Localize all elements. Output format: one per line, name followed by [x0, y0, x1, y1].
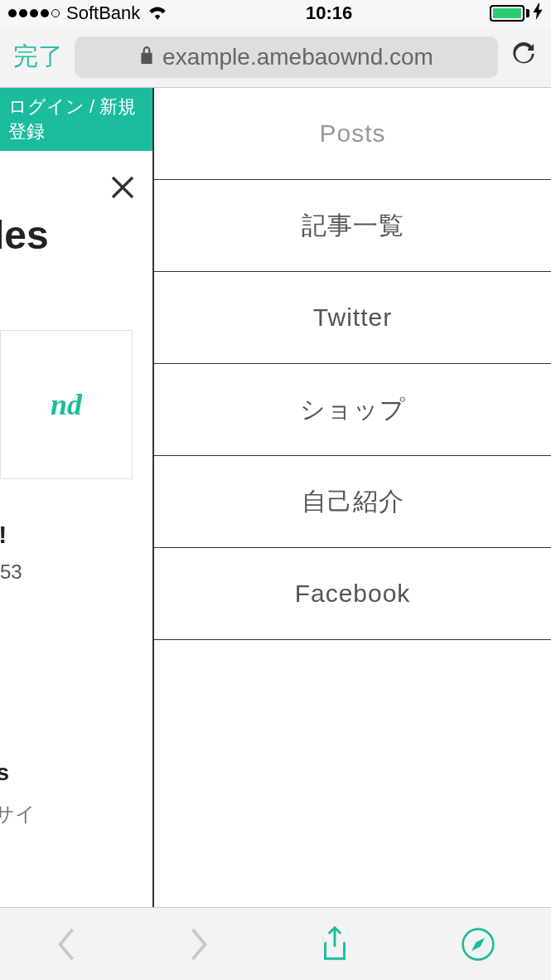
- carrier-label: SoftBank: [66, 2, 140, 24]
- safari-button[interactable]: [461, 927, 495, 962]
- section-desc-fragment: 素敵なサイ: [0, 801, 36, 827]
- navigation-menu: Posts 記事一覧 Twitter ショップ 自己紹介 Facebook: [154, 88, 551, 907]
- menu-item-posts[interactable]: Posts: [154, 88, 551, 180]
- wifi-icon: [147, 2, 168, 25]
- status-bar: SoftBank 10:16: [0, 0, 551, 27]
- menu-item-twitter[interactable]: Twitter: [154, 272, 551, 364]
- back-button[interactable]: [56, 927, 77, 962]
- menu-item-shop[interactable]: ショップ: [154, 364, 551, 456]
- status-left: SoftBank: [8, 2, 168, 25]
- forward-button[interactable]: [188, 927, 210, 962]
- menu-item-articles[interactable]: 記事一覧: [154, 180, 551, 272]
- clock: 10:16: [306, 2, 352, 24]
- signal-icon: [8, 9, 60, 17]
- share-button[interactable]: [320, 925, 350, 963]
- logo-fragment: nd: [51, 387, 82, 422]
- battery-icon: [490, 3, 543, 24]
- lock-icon: [139, 46, 154, 69]
- page-title-fragment: mples: [0, 212, 49, 258]
- login-register-button[interactable]: ログイン / 新規登録: [0, 88, 152, 151]
- close-icon[interactable]: [108, 169, 138, 211]
- bottom-toolbar: [0, 907, 551, 980]
- post-time-fragment: 0:53: [0, 560, 22, 584]
- browser-toolbar: 完了 example.amebaownd.com: [0, 27, 551, 88]
- menu-item-profile[interactable]: 自己紹介: [154, 456, 551, 548]
- reload-button[interactable]: [506, 40, 541, 75]
- address-bar[interactable]: example.amebaownd.com: [75, 36, 498, 78]
- page-content: ログイン / 新規登録 mples nd d! 0:53 es 素敵なサイ Po…: [0, 88, 551, 907]
- section-heading-fragment: es: [0, 759, 9, 786]
- left-pane: ログイン / 新規登録 mples nd d! 0:53 es 素敵なサイ: [0, 88, 154, 907]
- thumbnail-card[interactable]: nd: [0, 330, 133, 479]
- post-title-fragment: d!: [0, 521, 7, 549]
- url-text: example.amebaownd.com: [162, 44, 433, 70]
- charging-icon: [533, 3, 543, 24]
- done-button[interactable]: 完了: [10, 40, 66, 74]
- menu-item-facebook[interactable]: Facebook: [154, 548, 551, 640]
